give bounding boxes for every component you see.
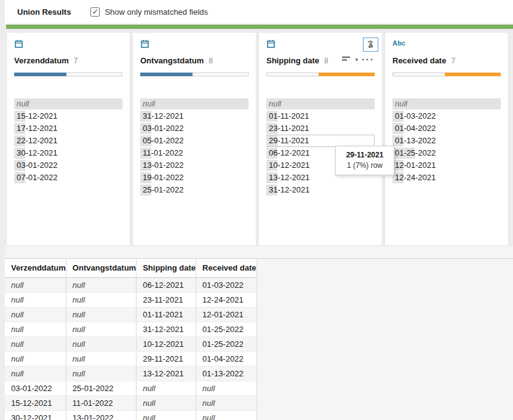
pane-title: Union Results <box>17 7 71 17</box>
field-card-received-date[interactable]: AbcReceived date7null01-03-202201-04-202… <box>384 32 509 246</box>
value-row[interactable]: 31-12-2021 <box>140 110 249 122</box>
field-value-count: 8 <box>324 57 328 65</box>
pane-header: Union Results ✓ Show only mismatched fie… <box>5 0 513 23</box>
value-row-null[interactable]: null <box>140 98 249 110</box>
calendar-icon[interactable] <box>140 39 149 49</box>
grid-row[interactable]: nullnull23-11-202112-24-2021 <box>5 292 256 307</box>
field-value-count: 7 <box>74 57 78 65</box>
value-row[interactable]: 01-04-2022 <box>392 122 501 135</box>
field-card-verzenddatum[interactable]: Verzenddatum7null15-12-202117-12-202122-… <box>6 32 130 246</box>
value-row-null[interactable]: null <box>266 98 375 110</box>
value-row[interactable]: 22-12-2021 <box>14 135 122 147</box>
calendar-icon[interactable] <box>14 39 23 49</box>
grid-cell-null: null <box>66 351 136 366</box>
value-row[interactable]: 25-01-2022 <box>140 184 249 196</box>
value-row[interactable]: 01-13-2022 <box>392 135 501 147</box>
value-row[interactable]: 01-03-2022 <box>392 110 501 122</box>
value-label: 30-12-2021 <box>14 148 58 157</box>
more-options-icon[interactable]: ··· <box>362 57 375 63</box>
value-row[interactable]: 11-01-2022 <box>140 147 249 159</box>
union-color-band <box>6 25 513 29</box>
grid-cell-null: null <box>66 336 136 351</box>
grid-row[interactable]: nullnull31-12-202101-25-2022 <box>5 322 256 336</box>
value-row[interactable]: 12-01-2021 <box>392 159 501 172</box>
field-value-count: 7 <box>451 57 455 65</box>
checkbox-label: Show only mismatched fields <box>105 7 208 17</box>
grid-cell-null: null <box>66 277 136 292</box>
value-row[interactable]: 01-11-2021 <box>266 110 375 122</box>
checkbox-icon[interactable]: ✓ <box>90 7 100 17</box>
value-row-null[interactable]: null <box>14 98 122 110</box>
value-row[interactable]: 07-01-2022 <box>14 172 122 184</box>
chevron-down-icon[interactable]: ▾ <box>355 57 358 63</box>
value-row[interactable]: 17-12-2021 <box>14 122 122 135</box>
value-row[interactable]: 05-01-2022 <box>140 135 249 147</box>
grid-column-header[interactable]: Verzenddatum <box>5 259 66 277</box>
tooltip-count: 1 (7%) row <box>340 161 390 170</box>
value-frequency-bar <box>266 98 375 109</box>
value-label: 15-12-2021 <box>14 111 58 121</box>
value-label: 11-01-2022 <box>140 148 183 157</box>
grid-row[interactable]: 30-12-202113-01-2022nullnull <box>5 410 256 420</box>
value-row[interactable]: 15-12-2021 <box>14 110 122 122</box>
grid-cell-null: null <box>66 292 136 307</box>
card-icon-row: A <box>266 33 375 51</box>
field-value-list: null15-12-202117-12-202122-12-202130-12-… <box>14 98 122 184</box>
grid-cell: 03-01-2022 <box>5 381 66 395</box>
grid-row[interactable]: nullnull01-11-202112-01-2021 <box>5 307 256 322</box>
value-label: null <box>266 99 281 108</box>
value-row[interactable]: 03-01-2022 <box>14 159 122 172</box>
grid-cell-null: null <box>5 322 66 336</box>
string-icon[interactable]: Abc <box>392 39 405 47</box>
data-grid-section: VerzenddatumOntvangstdatumShipping dateR… <box>5 246 513 420</box>
grid-row[interactable]: nullnull06-12-202101-03-2022 <box>5 277 256 292</box>
grid-cell-null: null <box>5 366 66 381</box>
value-row[interactable]: 23-11-2021 <box>266 122 375 135</box>
grid-cell-null: null <box>196 395 256 410</box>
field-cards-strip: Verzenddatum7null15-12-202117-12-202122-… <box>6 32 509 246</box>
grid-row[interactable]: 15-12-202111-01-2022nullnull <box>5 395 256 410</box>
grid-row[interactable]: nullnull13-12-202101-13-2022 <box>5 366 256 381</box>
field-distribution-bar <box>14 73 122 76</box>
show-mismatched-toggle[interactable]: ✓ Show only mismatched fields <box>90 7 208 17</box>
grid-row[interactable]: nullnull10-12-202101-25-2022 <box>5 336 256 351</box>
grid-column-header[interactable]: Shipping date <box>137 259 196 277</box>
grid-cell: 10-12-2021 <box>137 336 196 351</box>
field-card-ontvangstdatum[interactable]: Ontvangstdatum8null31-12-202103-01-20220… <box>132 32 256 246</box>
value-row[interactable]: 19-01-2022 <box>140 172 249 184</box>
grid-cell: 06-12-2021 <box>137 277 196 292</box>
value-row[interactable]: 12-24-2021 <box>392 172 501 184</box>
value-label: null <box>140 99 155 108</box>
value-frequency-bar <box>14 98 122 109</box>
field-value-count: 8 <box>209 57 213 65</box>
grid-row[interactable]: 03-01-202225-01-2022nullnull <box>5 381 256 395</box>
value-row-null[interactable]: null <box>392 98 501 110</box>
grid-row[interactable]: nullnull29-11-202101-04-2022 <box>5 351 256 366</box>
field-name: Shipping date <box>266 56 319 65</box>
value-row[interactable]: 31-12-2021 <box>266 184 375 196</box>
grid-cell: 23-11-2021 <box>137 292 196 307</box>
value-label: 03-01-2022 <box>140 124 184 133</box>
recommendation-icon[interactable]: A <box>363 38 378 52</box>
calendar-icon[interactable] <box>266 39 276 49</box>
card-icon-row: Abc <box>392 33 501 51</box>
field-distribution-bar <box>392 73 501 76</box>
field-distribution-bar <box>140 73 249 76</box>
grid-cell-null: null <box>137 381 196 395</box>
sort-icon[interactable] <box>341 56 351 63</box>
grid-column-header[interactable]: Ontvangstdatum <box>66 259 136 277</box>
value-row[interactable]: 01-25-2022 <box>392 147 501 159</box>
value-label: 19-01-2022 <box>140 173 184 182</box>
value-row[interactable]: 30-12-2021 <box>14 147 122 159</box>
value-row[interactable]: 03-01-2022 <box>140 122 249 135</box>
value-label: 13-01-2022 <box>140 160 184 170</box>
grid-column-header[interactable]: Received date <box>196 259 256 277</box>
field-card-shipping-date[interactable]: A Shipping date8 ▾···null01-11-202123-11… <box>258 32 383 246</box>
value-label: 17-12-2021 <box>14 124 58 133</box>
value-row[interactable]: 13-01-2022 <box>140 159 249 172</box>
value-row[interactable]: 29-11-2021 <box>266 135 375 147</box>
value-label: 05-01-2022 <box>140 136 184 145</box>
tooltip-value: 29-11-2021 <box>340 151 390 159</box>
value-label: 31-12-2021 <box>140 111 184 121</box>
value-label: 25-01-2022 <box>140 185 184 194</box>
